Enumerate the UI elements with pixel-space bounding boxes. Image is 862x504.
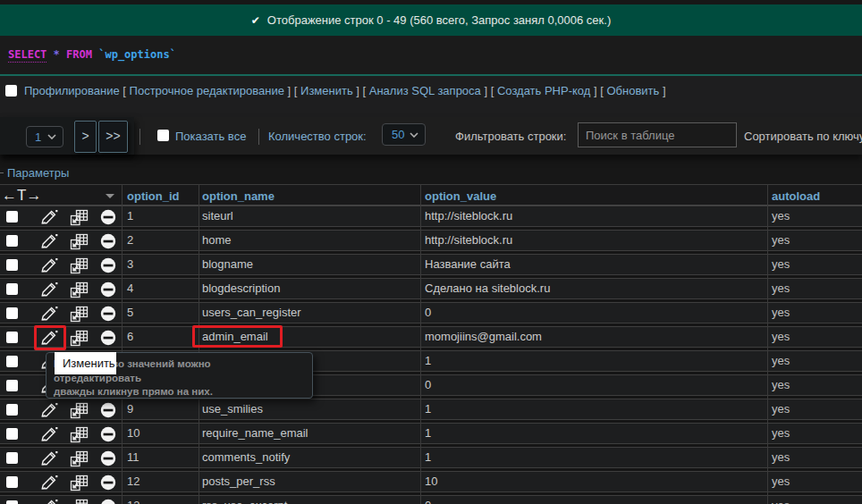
edit-pencil-icon[interactable]: [40, 209, 58, 225]
delete-row-icon[interactable]: [100, 330, 116, 346]
cell-autoload[interactable]: yes: [772, 448, 790, 467]
delete-row-icon[interactable]: [100, 209, 116, 225]
copy-row-icon[interactable]: [70, 330, 89, 347]
row-checkbox[interactable]: [6, 404, 18, 416]
action-link[interactable]: Обновить: [606, 84, 659, 97]
edit-pencil-icon[interactable]: [40, 257, 58, 273]
cell-autoload[interactable]: yes: [772, 327, 790, 347]
show-all-label[interactable]: Показать все: [175, 130, 246, 143]
column-header-select-all[interactable]: ←T→: [2, 185, 41, 206]
row-checkbox[interactable]: [6, 235, 18, 247]
column-header-autoload[interactable]: autoload: [772, 185, 820, 206]
cell-autoload[interactable]: yes: [772, 303, 790, 323]
cell-option-name[interactable]: users_can_register: [202, 303, 301, 323]
column-header-option-value[interactable]: option_value: [425, 185, 496, 206]
cell-autoload[interactable]: yes: [772, 496, 790, 504]
edit-pencil-icon[interactable]: [40, 306, 58, 322]
column-header-option-name[interactable]: option_name: [202, 185, 275, 206]
cell-option-value[interactable]: 1: [425, 424, 431, 443]
cell-option-value[interactable]: momojiins@gmail.com: [425, 327, 542, 347]
edit-pencil-icon[interactable]: [40, 402, 58, 418]
row-checkbox[interactable]: [6, 211, 18, 223]
cell-option-value[interactable]: 0: [425, 496, 431, 504]
profiling-checkbox[interactable]: [5, 85, 17, 97]
show-all-checkbox[interactable]: [157, 130, 169, 141]
delete-row-icon[interactable]: [100, 475, 116, 491]
params-legend[interactable]: Параметры: [7, 166, 69, 180]
cell-option-value[interactable]: 1: [425, 448, 431, 467]
next-page-button[interactable]: >: [74, 121, 97, 153]
delete-row-icon[interactable]: [100, 450, 116, 466]
cell-autoload[interactable]: yes: [772, 351, 790, 371]
cell-option-value[interactable]: http://siteblock.ru: [425, 231, 512, 250]
cell-option-value[interactable]: Сделано на siteblock.ru: [425, 279, 550, 298]
row-checkbox[interactable]: [6, 259, 18, 271]
profiling-label[interactable]: Профилирование: [24, 84, 120, 97]
delete-row-icon[interactable]: [100, 402, 116, 418]
cell-autoload[interactable]: yes: [772, 279, 790, 298]
copy-row-icon[interactable]: [70, 209, 89, 226]
action-link[interactable]: Создать PHP-код: [497, 84, 590, 97]
copy-row-icon[interactable]: [70, 233, 89, 250]
row-checkbox[interactable]: [6, 356, 18, 367]
edit-pencil-icon[interactable]: [40, 450, 58, 466]
cell-autoload[interactable]: yes: [772, 375, 790, 395]
cell-option-name[interactable]: siteurl: [202, 206, 233, 226]
cell-autoload[interactable]: yes: [772, 472, 790, 491]
copy-row-icon[interactable]: [70, 475, 89, 491]
cell-option-value[interactable]: http://siteblock.ru: [425, 206, 512, 226]
cell-option-name[interactable]: require_name_email: [202, 424, 308, 443]
last-page-button[interactable]: >>: [98, 121, 128, 153]
copy-row-icon[interactable]: [70, 257, 89, 274]
cell-autoload[interactable]: yes: [772, 255, 790, 274]
cell-autoload[interactable]: yes: [772, 424, 790, 443]
row-checkbox[interactable]: [6, 500, 18, 504]
row-checkbox[interactable]: [6, 283, 18, 295]
action-link[interactable]: Анализ SQL запроса: [369, 84, 481, 97]
cell-option-name[interactable]: blogdescription: [202, 279, 280, 298]
cell-option-value[interactable]: 0: [425, 303, 431, 323]
header-dropdown-icon[interactable]: [106, 194, 114, 198]
copy-row-icon[interactable]: [70, 402, 89, 419]
edit-pencil-icon[interactable]: [40, 426, 58, 442]
cell-option-value[interactable]: 0: [425, 375, 431, 395]
row-checkbox[interactable]: [6, 452, 18, 464]
edit-pencil-icon[interactable]: [40, 281, 58, 298]
edit-pencil-icon[interactable]: [40, 475, 58, 491]
delete-row-icon[interactable]: [100, 257, 116, 273]
cell-option-name[interactable]: use_smilies: [202, 399, 263, 419]
cell-option-name[interactable]: rss_use_excerpt: [202, 496, 287, 504]
cell-option-name[interactable]: posts_per_rss: [202, 472, 275, 491]
copy-row-icon[interactable]: [70, 499, 89, 504]
copy-row-icon[interactable]: [70, 450, 89, 467]
cell-option-value[interactable]: Название сайта: [425, 255, 511, 274]
row-checkbox[interactable]: [6, 307, 18, 319]
cell-option-value[interactable]: 1: [425, 399, 431, 419]
delete-row-icon[interactable]: [100, 233, 116, 249]
delete-row-icon[interactable]: [100, 499, 116, 504]
copy-row-icon[interactable]: [70, 426, 89, 443]
page-select[interactable]: 1: [26, 126, 63, 147]
table-search-input[interactable]: [578, 122, 737, 147]
copy-row-icon[interactable]: [70, 281, 89, 298]
edit-pencil-icon[interactable]: [40, 499, 58, 504]
cell-option-name[interactable]: home: [202, 231, 232, 250]
cell-option-name[interactable]: blogname: [202, 255, 253, 274]
cell-option-value[interactable]: 10: [425, 472, 437, 491]
delete-row-icon[interactable]: [100, 426, 116, 442]
cell-option-value[interactable]: 1: [425, 351, 431, 371]
column-header-option-id[interactable]: option_id: [127, 185, 180, 206]
row-checkbox[interactable]: [6, 476, 18, 488]
cell-option-name[interactable]: comments_notify: [202, 448, 290, 467]
row-checkbox[interactable]: [6, 380, 18, 391]
row-checkbox[interactable]: [6, 428, 18, 440]
copy-row-icon[interactable]: [70, 306, 89, 323]
action-link[interactable]: Изменить: [300, 84, 353, 97]
delete-row-icon[interactable]: [100, 281, 116, 298]
rows-count-select[interactable]: 50: [382, 123, 426, 146]
cell-autoload[interactable]: yes: [772, 231, 790, 250]
cell-autoload[interactable]: yes: [772, 206, 790, 226]
action-link[interactable]: Построчное редактирование: [130, 84, 284, 97]
delete-row-icon[interactable]: [100, 306, 116, 322]
cell-autoload[interactable]: yes: [772, 399, 790, 419]
